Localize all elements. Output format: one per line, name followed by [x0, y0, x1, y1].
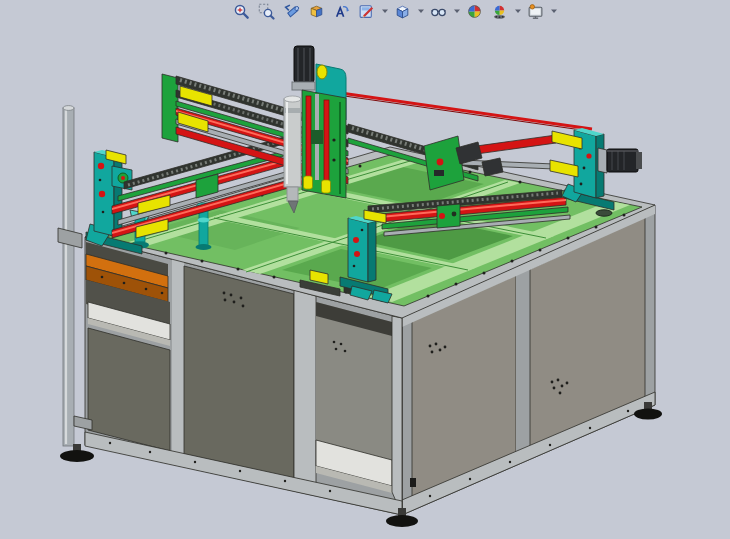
hide-show-items-dropdown[interactable] [452, 1, 461, 21]
view-settings-button[interactable] [524, 0, 547, 22]
z-motor [292, 46, 315, 90]
chevron-down-icon [514, 7, 522, 15]
view-orientation-dropdown[interactable] [380, 1, 389, 21]
section-view-icon [308, 3, 325, 20]
cad-viewport [0, 0, 730, 539]
display-style-button[interactable] [391, 0, 414, 22]
view-toolbar [230, 1, 558, 21]
appearance-ball-icon [466, 3, 483, 20]
back-rail-rod [334, 92, 592, 129]
view-orientation-icon [358, 3, 375, 20]
apply-scene-button[interactable] [488, 0, 511, 22]
open-compartment [316, 302, 392, 493]
chevron-down-icon [381, 7, 389, 15]
edit-appearance-button[interactable] [463, 0, 486, 22]
glasses-icon [430, 3, 447, 20]
spindle [284, 96, 301, 213]
pole-clamp [58, 228, 82, 248]
zoom-area-icon [258, 3, 275, 20]
power-switch [410, 478, 416, 487]
display-style-cube-icon [394, 3, 411, 20]
annotation-rotate-button[interactable] [330, 0, 353, 22]
z-rail [306, 96, 311, 184]
apply-scene-dropdown[interactable] [513, 1, 522, 21]
gantry-right-upright[interactable] [550, 128, 642, 210]
chevron-down-icon [417, 7, 425, 15]
view-settings-dropdown[interactable] [549, 1, 558, 21]
chevron-down-icon [453, 7, 461, 15]
hide-show-items-button[interactable] [427, 0, 450, 22]
zoom-to-fit-button[interactable] [230, 0, 253, 22]
view-orientation-button[interactable] [355, 0, 378, 22]
rail-carriage [437, 204, 460, 228]
zoom-to-area-button[interactable] [255, 0, 278, 22]
previous-view-icon [283, 3, 300, 20]
z-rail [324, 100, 329, 188]
view-settings-icon [527, 3, 544, 20]
z-axis-tower[interactable] [284, 46, 346, 213]
drive-motor [598, 148, 642, 173]
annotation-rotate-icon [333, 3, 350, 20]
section-view-button[interactable] [305, 0, 328, 22]
zoom-fit-icon [233, 3, 250, 20]
previous-view-button[interactable] [280, 0, 303, 22]
apply-scene-icon [491, 3, 508, 20]
display-style-dropdown[interactable] [416, 1, 425, 21]
cnc-machine-model[interactable] [0, 0, 730, 539]
table-hole [596, 210, 612, 216]
chevron-down-icon [550, 7, 558, 15]
